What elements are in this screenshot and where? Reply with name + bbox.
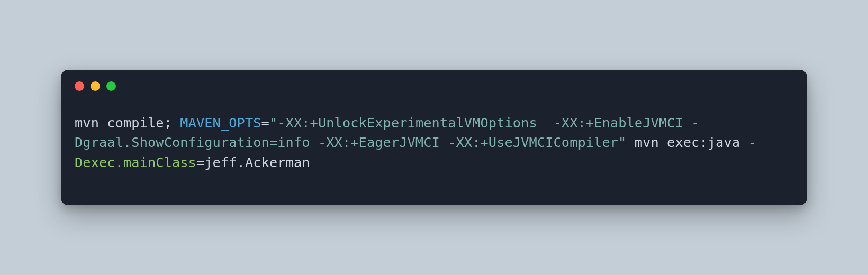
zoom-icon[interactable] (106, 81, 116, 91)
minimize-icon[interactable] (91, 81, 100, 91)
close-icon[interactable] (75, 81, 84, 91)
code-token: = (261, 115, 269, 131)
code-token: mvn compile; (75, 115, 180, 131)
title-bar (61, 70, 807, 91)
code-token: MAVEN_OPTS (180, 115, 261, 131)
code-block: mvn compile; MAVEN_OPTS="-XX:+UnlockExpe… (61, 91, 807, 205)
terminal-window: mvn compile; MAVEN_OPTS="-XX:+UnlockExpe… (61, 70, 807, 205)
code-token: mvn exec:java (626, 135, 748, 150)
code-token: =jeff.Ackerman (196, 155, 310, 170)
